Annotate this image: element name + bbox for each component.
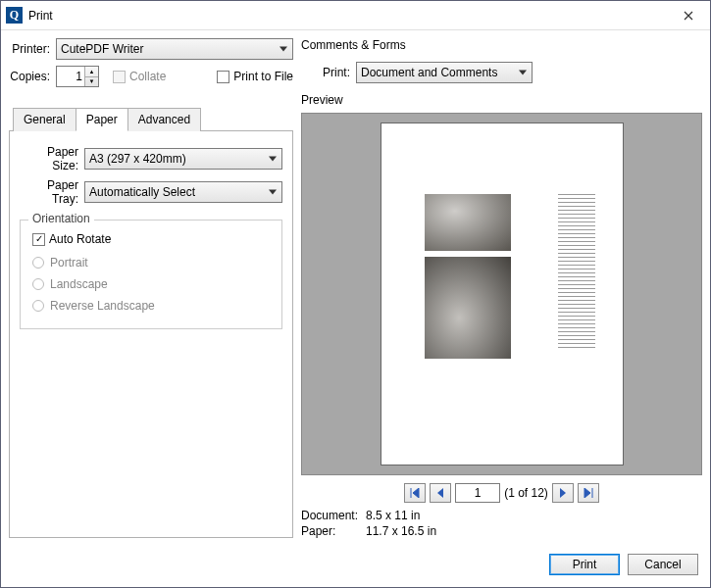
dialog-footer: Print Cancel bbox=[1, 546, 710, 587]
tab-paper[interactable]: Paper bbox=[76, 108, 128, 131]
tab-general[interactable]: General bbox=[13, 108, 76, 131]
auto-rotate-checkbox[interactable]: ✓ Auto Rotate bbox=[32, 232, 272, 246]
comments-forms-label: Comments & Forms bbox=[301, 38, 702, 52]
paper-size-select[interactable]: A3 (297 x 420mm) bbox=[84, 148, 282, 170]
printer-select[interactable]: CutePDF Writer bbox=[56, 38, 293, 60]
document-dims-label: Document: bbox=[301, 509, 366, 522]
landscape-radio: Landscape bbox=[32, 277, 272, 291]
titlebar: Q Print bbox=[1, 1, 710, 30]
copies-down-icon[interactable]: ▼ bbox=[85, 77, 98, 87]
tab-panel-paper: Paper Size: A3 (297 x 420mm) Paper Tray:… bbox=[9, 131, 293, 538]
paper-dims-label: Paper: bbox=[301, 524, 366, 538]
first-page-button[interactable] bbox=[404, 483, 426, 503]
radio-icon bbox=[32, 257, 44, 269]
copies-up-icon[interactable]: ▲ bbox=[85, 67, 98, 77]
copies-label: Copies: bbox=[9, 70, 56, 83]
orientation-group: Orientation ✓ Auto Rotate Portrait Lands… bbox=[20, 220, 282, 329]
tab-strip: General Paper Advanced bbox=[9, 107, 293, 131]
radio-icon bbox=[32, 278, 44, 290]
page-number-input[interactable] bbox=[455, 483, 500, 503]
preview-area bbox=[301, 113, 702, 475]
tab-advanced[interactable]: Advanced bbox=[127, 108, 201, 131]
document-dims-value: 8.5 x 11 in bbox=[366, 509, 420, 522]
preview-image-2 bbox=[425, 257, 511, 359]
print-to-file-checkbox[interactable]: Print to File bbox=[217, 70, 293, 83]
copies-input[interactable] bbox=[57, 67, 84, 86]
preview-page bbox=[381, 122, 624, 466]
comments-print-select[interactable]: Document and Comments bbox=[356, 62, 533, 83]
preview-text-column bbox=[558, 194, 595, 359]
portrait-radio: Portrait bbox=[32, 256, 272, 270]
radio-icon bbox=[32, 300, 44, 312]
printer-label: Printer: bbox=[9, 42, 56, 56]
print-button[interactable]: Print bbox=[549, 554, 620, 575]
paper-dims-value: 11.7 x 16.5 in bbox=[366, 524, 436, 538]
checkbox-icon bbox=[113, 71, 126, 83]
reverse-landscape-radio: Reverse Landscape bbox=[32, 299, 272, 313]
preview-nav: (1 of 12) bbox=[301, 483, 702, 503]
last-page-button[interactable] bbox=[578, 483, 599, 503]
checkbox-icon: ✓ bbox=[32, 233, 45, 246]
paper-tray-label: Paper Tray: bbox=[20, 178, 84, 206]
checkbox-icon bbox=[217, 71, 229, 83]
app-icon: Q bbox=[6, 7, 23, 24]
print-dialog: Q Print Printer: CutePDF Writer Copies: bbox=[0, 0, 711, 588]
window-title: Print bbox=[28, 9, 666, 23]
next-page-button[interactable] bbox=[552, 483, 574, 503]
copies-spinner[interactable]: ▲ ▼ bbox=[56, 66, 99, 87]
comments-print-label: Print: bbox=[301, 66, 356, 79]
paper-size-label: Paper Size: bbox=[20, 145, 84, 172]
preview-label: Preview bbox=[301, 93, 702, 107]
close-button[interactable] bbox=[666, 2, 710, 29]
cancel-button[interactable]: Cancel bbox=[628, 554, 698, 575]
paper-tray-select[interactable]: Automatically Select bbox=[84, 181, 282, 203]
page-count-label: (1 of 12) bbox=[504, 486, 548, 500]
preview-image-1 bbox=[425, 194, 511, 251]
prev-page-button[interactable] bbox=[430, 483, 451, 503]
collate-checkbox: Collate bbox=[113, 70, 166, 83]
